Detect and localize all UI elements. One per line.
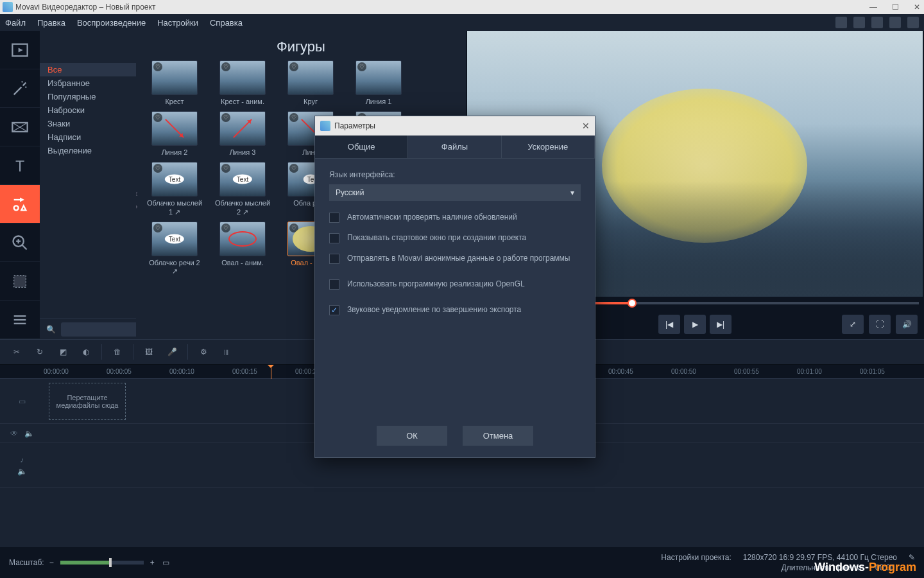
media-dropzone[interactable]: Перетащите медиафайлы сюда	[49, 383, 126, 420]
menu-help[interactable]: Справка	[210, 18, 243, 28]
rail-filters[interactable]	[0, 69, 40, 108]
shape-thumb[interactable]: ♡	[151, 111, 198, 146]
scroll-left-icon[interactable]: ‹	[136, 188, 144, 198]
category-favorites[interactable]: Избранное	[40, 76, 136, 90]
delete-icon[interactable]: 🗑	[107, 342, 128, 362]
category-popular[interactable]: Популярные	[40, 90, 136, 103]
shape-label: Линия 2	[162, 148, 188, 157]
tab-files[interactable]: Файлы	[408, 136, 501, 158]
zoom-fit-icon[interactable]: ▭	[162, 558, 169, 567]
shape-label: Круг	[304, 98, 318, 106]
favorite-icon[interactable]: ♡	[221, 113, 230, 122]
shape-thumb[interactable]: ♡	[219, 60, 266, 95]
mute-icon[interactable]: 🔈	[17, 467, 27, 476]
maximize-button[interactable]: ☐	[891, 3, 900, 12]
share-ok-icon[interactable]	[853, 17, 865, 28]
category-signs[interactable]: Знаки	[40, 117, 136, 130]
shape-thumb[interactable]: ♡Text	[151, 222, 198, 256]
shape-thumb[interactable]: ♡Text	[151, 162, 198, 197]
category-captions[interactable]: Надписи	[40, 130, 136, 144]
category-list: Все Избранное Популярные Наброски Знаки …	[40, 59, 136, 319]
menu-file[interactable]: Файл	[5, 18, 26, 28]
settings-dialog: Параметры ✕ Общие Файлы Ускорение Язык и…	[314, 116, 595, 458]
category-highlight[interactable]: Выделение	[40, 144, 136, 157]
image-icon[interactable]: 🖼	[139, 342, 159, 362]
mic-icon[interactable]: 🎤	[162, 342, 182, 362]
share-more-icon[interactable]	[907, 17, 919, 28]
gear-icon[interactable]: ⚙	[193, 342, 214, 362]
shape-thumb[interactable]: ♡Text	[219, 162, 266, 197]
minimize-button[interactable]: —	[869, 3, 878, 12]
close-button[interactable]: ✕	[912, 3, 921, 12]
tab-general[interactable]: Общие	[315, 136, 408, 158]
zoom-in-icon[interactable]: +	[150, 558, 155, 567]
share-fb-icon[interactable]	[889, 17, 901, 28]
cut-icon[interactable]: ✂	[6, 342, 27, 362]
detach-preview-icon[interactable]: ⤢	[842, 315, 864, 334]
checkbox-sound-notify[interactable]: ✓	[329, 305, 339, 315]
menu-edit[interactable]: Правка	[37, 18, 65, 28]
rail-media[interactable]	[0, 31, 40, 69]
favorite-icon[interactable]: ♡	[289, 113, 298, 122]
shape-thumb[interactable]: ♡	[219, 222, 266, 256]
rail-shapes[interactable]	[0, 185, 40, 223]
volume-icon[interactable]: 🔊	[896, 315, 918, 334]
fullscreen-icon[interactable]: ⛶	[869, 315, 891, 334]
scroll-right-icon[interactable]: ›	[136, 201, 144, 211]
window-title: Movavi Видеоредактор – Новый проект	[15, 3, 155, 12]
next-button[interactable]: ▶|	[710, 315, 732, 334]
favorite-icon[interactable]: ♡	[221, 164, 230, 173]
checkbox-opengl[interactable]	[329, 279, 339, 290]
zoom-out-icon[interactable]: −	[49, 558, 54, 567]
share-youtube-icon[interactable]	[835, 17, 847, 28]
dialog-close-icon[interactable]: ✕	[582, 121, 590, 131]
shape-label: Облачко мыслей 2 ↗	[214, 199, 271, 216]
favorite-icon[interactable]: ♡	[357, 62, 366, 71]
menu-settings[interactable]: Настройки	[157, 18, 198, 28]
shape-thumb[interactable]: ♡	[355, 60, 402, 95]
favorite-icon[interactable]: ♡	[289, 62, 298, 71]
checkbox-startwindow[interactable]	[329, 233, 339, 243]
rail-highlight[interactable]	[0, 262, 40, 301]
favorite-icon[interactable]: ♡	[221, 223, 230, 232]
rail-transitions[interactable]	[0, 108, 40, 146]
favorite-icon[interactable]: ♡	[153, 223, 162, 232]
shape-thumb[interactable]: ♡	[151, 60, 198, 95]
prev-button[interactable]: |◀	[658, 315, 680, 334]
favorite-icon[interactable]: ♡	[221, 62, 230, 71]
ruler-tick: 00:00:10	[169, 368, 232, 375]
dialog-title: Параметры	[334, 121, 375, 130]
panel-title: Фигуры	[136, 31, 466, 60]
color-adjust-icon[interactable]: ◐	[76, 342, 96, 362]
menu-playback[interactable]: Воспроизведение	[77, 18, 146, 28]
share-vk-icon[interactable]	[871, 17, 883, 28]
dialog-titlebar[interactable]: Параметры ✕	[315, 116, 595, 136]
rail-titles[interactable]: T	[0, 146, 40, 185]
favorite-icon[interactable]: ♡	[153, 164, 162, 173]
ok-button[interactable]: ОК	[377, 426, 447, 446]
mute-icon[interactable]: 🔈	[24, 429, 34, 438]
favorite-icon[interactable]: ♡	[289, 164, 298, 173]
play-button[interactable]: ▶	[684, 315, 706, 334]
rotate-icon[interactable]: ↻	[30, 342, 50, 362]
cancel-button[interactable]: Отмена	[463, 426, 533, 446]
favorite-icon[interactable]: ♡	[153, 62, 162, 71]
category-sketches[interactable]: Наброски	[40, 103, 136, 117]
rail-more[interactable]	[0, 301, 40, 339]
shape-thumb[interactable]: ♡	[219, 111, 266, 146]
shape-thumb[interactable]: ♡	[287, 60, 334, 95]
tab-acceleration[interactable]: Ускорение	[502, 136, 595, 158]
eye-icon[interactable]: 👁	[10, 429, 18, 438]
rail-zoom[interactable]	[0, 223, 40, 262]
app-icon	[3, 2, 13, 12]
zoom-slider[interactable]	[60, 561, 144, 565]
equalizer-icon[interactable]: ⫼	[216, 342, 237, 362]
favorite-icon[interactable]: ♡	[153, 113, 162, 122]
checkbox-anon-data[interactable]	[329, 254, 339, 264]
ruler-tick: 00:00:00	[44, 368, 107, 375]
language-select[interactable]: Русский ▾	[329, 184, 581, 201]
svg-point-3	[25, 86, 26, 87]
crop-icon[interactable]: ◩	[53, 342, 73, 362]
checkbox-updates[interactable]	[329, 213, 339, 223]
category-all[interactable]: Все	[40, 63, 136, 76]
